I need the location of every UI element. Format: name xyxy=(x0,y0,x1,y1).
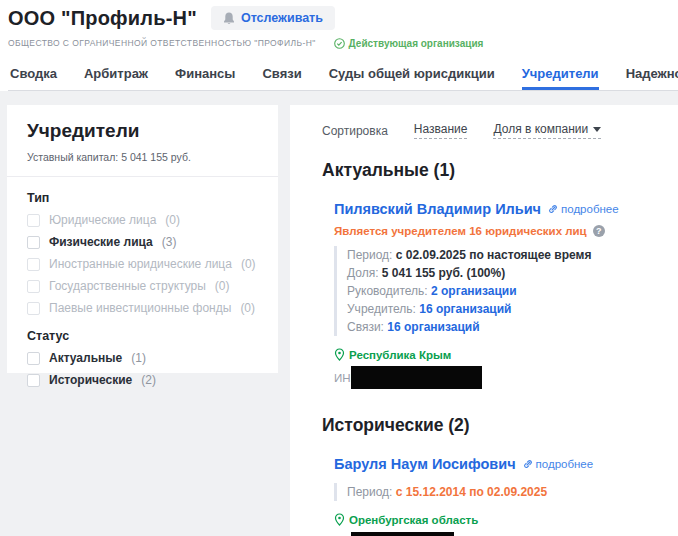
filter-count: (0) xyxy=(215,279,230,293)
founder-name-link[interactable]: Пилявский Владимир Ильич xyxy=(334,201,541,217)
links-label: Связи: xyxy=(347,320,384,334)
share-label: Доля: xyxy=(347,266,379,280)
tab-sudy[interactable]: Суды общей юрисдикции xyxy=(329,62,495,90)
filter-label: Паевые инвестиционные фонды xyxy=(49,301,231,315)
filter-count: (0) xyxy=(241,257,256,271)
page: ООО "Профиль-Н" Отслеживать ОБЩЕСТВО С О… xyxy=(0,0,678,536)
founder-entry-actual: Пилявский Владимир Ильич подробнее Являе… xyxy=(334,201,668,389)
status-badge: Действующая организация xyxy=(334,38,484,49)
checkbox[interactable] xyxy=(27,214,40,227)
filter-group-status: Статус xyxy=(27,329,258,343)
sort-bar: Сортировка Название Доля в компании xyxy=(322,122,668,139)
content-area: Учредители Уставный капитал: 5 041 155 р… xyxy=(0,91,678,536)
tab-svodka[interactable]: Сводка xyxy=(10,62,57,90)
filter-label: Юридические лица xyxy=(49,213,156,227)
follow-button-label: Отслеживать xyxy=(241,11,323,25)
more-link-label: подробнее xyxy=(536,458,594,470)
period-value: с 15.12.2014 по 02.09.2025 xyxy=(396,485,547,499)
section-historical-title: Исторические (2) xyxy=(322,415,668,436)
bell-icon xyxy=(223,12,235,25)
links-value-link[interactable]: 16 организаций xyxy=(387,320,479,334)
sort-by-name-label: Название xyxy=(414,122,468,136)
founder-name-link[interactable]: Баруля Наум Иосифович xyxy=(334,456,516,472)
sort-by-name[interactable]: Название xyxy=(414,122,468,139)
link-icon xyxy=(548,204,558,214)
period-value: с 02.09.2025 по настоящее время xyxy=(396,248,592,262)
founder-details: Период: с 02.09.2025 по настоящее время … xyxy=(334,246,668,336)
head-value-link[interactable]: 2 организации xyxy=(431,284,517,298)
check-circle-icon xyxy=(334,38,345,49)
redacted-inn xyxy=(351,532,454,536)
checkbox[interactable] xyxy=(27,280,40,293)
tab-arbitrazh[interactable]: Арбитраж xyxy=(84,62,148,90)
checkbox[interactable] xyxy=(27,302,40,315)
filter-actual[interactable]: Актуальные (1) xyxy=(27,351,258,365)
sort-by-share-label: Доля в компании xyxy=(493,122,588,136)
section-actual-title: Актуальные (1) xyxy=(322,160,668,181)
location-pin-icon xyxy=(334,348,345,361)
filter-label: Иностранные юридические лица xyxy=(49,257,232,271)
filter-count: (0) xyxy=(240,301,255,315)
sort-label: Сортировка xyxy=(322,124,388,138)
question-circle-icon[interactable]: ? xyxy=(593,225,605,237)
filters-sidebar: Учредители Уставный капитал: 5 041 155 р… xyxy=(7,105,278,373)
tab-finansy[interactable]: Финансы xyxy=(175,62,235,90)
follow-button[interactable]: Отслеживать xyxy=(211,6,335,30)
status-text: Действующая организация xyxy=(349,38,484,49)
more-link-label: подробнее xyxy=(561,203,619,215)
filter-label: Государственные структуры xyxy=(49,279,206,293)
more-link[interactable]: подробнее xyxy=(548,203,619,215)
company-full-name: ОБЩЕСТВО С ОГРАНИЧЕННОЙ ОТВЕТСТВЕННОСТЬЮ… xyxy=(8,38,316,48)
head-label: Руководитель: xyxy=(347,284,428,298)
checkbox[interactable] xyxy=(27,236,40,249)
period-label: Период: xyxy=(347,485,392,499)
filter-count: (0) xyxy=(165,213,180,227)
filter-label: Исторические xyxy=(49,373,132,387)
checkbox[interactable] xyxy=(27,258,40,271)
sidebar-title: Учредители xyxy=(27,120,258,142)
sort-by-share[interactable]: Доля в компании xyxy=(493,122,601,139)
tab-bar: Сводка Арбитраж Финансы Связи Суды общей… xyxy=(8,62,678,91)
founder-of-label: Учредитель: xyxy=(347,302,416,316)
redacted-inn xyxy=(351,366,482,389)
founder-warning: Является учредителем 16 юридических лиц xyxy=(334,225,587,237)
filter-historical[interactable]: Исторические (2) xyxy=(27,373,258,387)
filter-count: (2) xyxy=(141,373,156,387)
filter-count: (1) xyxy=(131,351,146,365)
checkbox[interactable] xyxy=(27,352,40,365)
founder-entry-historical-1: Баруля Наум Иосифович подробнее Период: … xyxy=(334,456,668,536)
sidebar-divider xyxy=(7,176,278,177)
tab-nadezhnost[interactable]: Надежность xyxy=(626,62,678,90)
filter-group-type: Тип xyxy=(27,191,258,205)
tab-uchrediteli[interactable]: Учредители xyxy=(522,62,599,90)
page-title: ООО "Профиль-Н" xyxy=(8,7,197,30)
filter-legal-entities[interactable]: Юридические лица (0) xyxy=(27,213,258,227)
link-icon xyxy=(523,459,533,469)
tab-svyazi[interactable]: Связи xyxy=(262,62,301,90)
chevron-down-icon xyxy=(593,127,601,132)
period-label: Период: xyxy=(347,248,392,262)
company-header: ООО "Профиль-Н" Отслеживать ОБЩЕСТВО С О… xyxy=(0,0,678,91)
region-link[interactable]: Оренбургская область xyxy=(349,514,478,526)
more-link[interactable]: подробнее xyxy=(523,458,594,470)
filter-count: (3) xyxy=(162,235,177,249)
region-link[interactable]: Республика Крым xyxy=(349,349,451,361)
share-value: 5 041 155 руб. (100%) xyxy=(382,266,505,280)
filter-government[interactable]: Государственные структуры (0) xyxy=(27,279,258,293)
checkbox[interactable] xyxy=(27,374,40,387)
founders-panel: Сортировка Название Доля в компании Акту… xyxy=(290,105,678,536)
filter-investment-funds[interactable]: Паевые инвестиционные фонды (0) xyxy=(27,301,258,315)
location-pin-icon xyxy=(334,513,345,526)
filter-label: Актуальные xyxy=(49,351,122,365)
filter-individuals[interactable]: Физические лица (3) xyxy=(27,235,258,249)
charter-capital: Уставный капитал: 5 041 155 руб. xyxy=(27,151,258,163)
founder-of-value-link[interactable]: 16 организаций xyxy=(419,302,511,316)
filter-foreign-entities[interactable]: Иностранные юридические лица (0) xyxy=(27,257,258,271)
filter-label: Физические лица xyxy=(49,235,153,249)
